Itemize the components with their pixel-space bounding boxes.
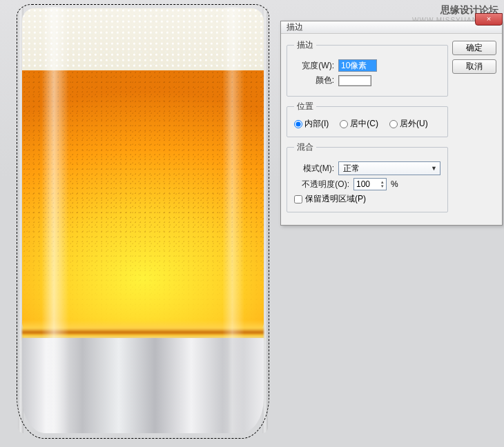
mode-select[interactable]: 正常 ▼ xyxy=(338,161,440,175)
position-fieldset: 位置 内部(I) 居中(C) 居外(U) xyxy=(287,101,448,137)
cancel-button[interactable]: 取消 xyxy=(452,59,496,74)
mode-select-value: 正常 xyxy=(343,163,360,175)
canvas-area: 思缘设计论坛 WWW.MISSYUAN.COM 描边 × 描边 宽度(W): 1… xyxy=(0,0,504,447)
color-swatch[interactable] xyxy=(338,75,371,86)
opacity-label: 不透明度(O): xyxy=(294,179,349,190)
mode-label: 模式(M): xyxy=(294,163,334,175)
width-input[interactable]: 10像素 xyxy=(338,59,377,72)
opacity-unit: % xyxy=(391,179,398,189)
preserve-transparency-checkbox[interactable] xyxy=(294,195,302,203)
color-label: 颜色: xyxy=(294,74,334,86)
radio-outside[interactable]: 居外(U) xyxy=(389,118,428,130)
radio-inside-label: 内部(I) xyxy=(304,118,329,130)
stroke-legend: 描边 xyxy=(294,39,316,51)
radio-outside-input[interactable] xyxy=(389,120,398,128)
stroke-fieldset: 描边 宽度(W): 10像素 颜色: xyxy=(287,39,448,97)
position-legend: 位置 xyxy=(294,101,316,112)
radio-center[interactable]: 居中(C) xyxy=(340,118,378,130)
radio-inside-input[interactable] xyxy=(294,120,302,128)
blend-legend: 混合 xyxy=(294,141,316,153)
close-button[interactable]: × xyxy=(475,13,503,26)
chevron-down-icon: ▼ xyxy=(431,165,437,172)
radio-center-label: 居中(C) xyxy=(350,118,378,130)
ok-button[interactable]: 确定 xyxy=(452,41,496,55)
opacity-spinner-icon[interactable]: ▴▾ xyxy=(381,180,384,188)
preserve-transparency-label: 保留透明区域(P) xyxy=(305,193,366,205)
blend-fieldset: 混合 模式(M): 正常 ▼ 不透明度(O): 100 ▴▾ xyxy=(287,141,448,212)
dialog-title: 描边 xyxy=(287,21,303,33)
radio-outside-label: 居外(U) xyxy=(400,118,428,130)
opacity-value: 100 xyxy=(356,179,370,189)
dialog-right-column: 确定 取消 xyxy=(452,39,496,217)
stroke-dialog: 描边 × 描边 宽度(W): 10像素 颜色: 位置 xyxy=(280,21,503,226)
dialog-titlebar[interactable]: 描边 × xyxy=(281,21,502,34)
radio-inside[interactable]: 内部(I) xyxy=(294,118,329,130)
dialog-body: 描边 宽度(W): 10像素 颜色: 位置 内部( xyxy=(281,34,502,225)
opacity-input[interactable]: 100 ▴▾ xyxy=(353,178,387,190)
glass-highlight-left xyxy=(41,7,69,433)
radio-center-input[interactable] xyxy=(340,120,348,128)
width-label: 宽度(W): xyxy=(294,60,334,72)
glass-highlight-right xyxy=(222,7,244,433)
dialog-left-column: 描边 宽度(W): 10像素 颜色: 位置 内部( xyxy=(287,39,448,217)
beer-glass-artwork xyxy=(17,4,269,439)
